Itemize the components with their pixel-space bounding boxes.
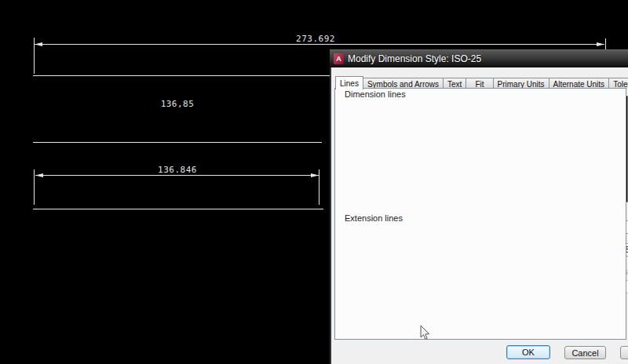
- dimension-lines-group-title: Dimension lines: [342, 89, 408, 99]
- dim-text-273: 273.692: [296, 34, 335, 44]
- tab-symbols-and-arrows[interactable]: Symbols and Arrows: [363, 78, 444, 89]
- dim-arrow-icon: [35, 173, 43, 177]
- dialog-titlebar[interactable]: A Modify Dimension Style: ISO-25: [330, 49, 628, 67]
- tab-text[interactable]: Text: [443, 78, 466, 89]
- tab-lines[interactable]: Lines: [335, 76, 363, 89]
- dim-text-136-85: 136,85: [161, 99, 195, 109]
- autocad-app-icon: A: [334, 53, 344, 64]
- help-button-partial[interactable]: [620, 346, 628, 359]
- dim-arrow-icon: [311, 173, 319, 177]
- dim-text-136-846: 136.846: [158, 165, 197, 175]
- dim-arrow-icon: [597, 42, 604, 46]
- ok-button[interactable]: OK: [506, 345, 550, 359]
- extension-lines-group-title: Extension lines: [342, 213, 405, 223]
- tab-strip: Lines Symbols and Arrows Text Fit Primar…: [335, 75, 628, 89]
- cancel-button[interactable]: Cancel: [564, 346, 606, 359]
- autocad-screen: 273.692 136,85 136.846 A Modify Dimensio…: [0, 0, 628, 364]
- dialog-title: Modify Dimension Style: ISO-25: [348, 53, 481, 64]
- tab-alternate-units[interactable]: Alternate Units: [549, 78, 610, 89]
- dim-arrow-icon: [35, 42, 42, 46]
- tab-primary-units[interactable]: Primary Units: [493, 78, 550, 89]
- tab-fit[interactable]: Fit: [466, 78, 493, 89]
- mouse-cursor: [420, 325, 431, 341]
- tab-tolerances[interactable]: Tolerances: [608, 78, 628, 89]
